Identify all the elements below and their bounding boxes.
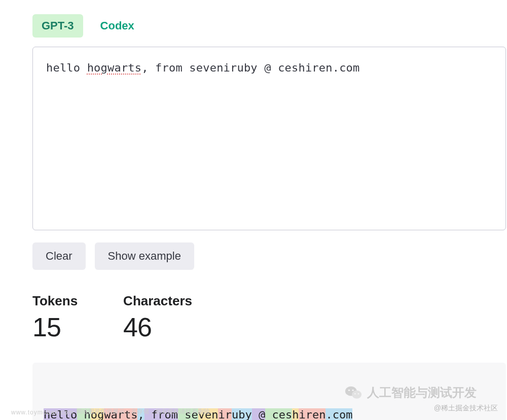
input-text-prefix: hello: [46, 61, 87, 74]
input-text-suffix: , from seveniruby @ ceshiren.com: [141, 61, 359, 74]
token-chunk: ir: [218, 408, 232, 420]
source-note-watermark: 网络图片仅供展示，非存储，如有侵权请联系删除。: [76, 407, 216, 416]
token-chunk: @: [252, 408, 266, 420]
tokens-value: 15: [32, 312, 78, 342]
button-row: Clear Show example: [32, 242, 507, 270]
juejin-watermark: @稀土掘金技术社区: [434, 404, 498, 413]
token-chunk: iren: [299, 408, 325, 420]
token-chunk: ces: [265, 408, 292, 420]
source-site-watermark: www.toymoban.com: [11, 409, 74, 416]
tokenizer-input[interactable]: hello hogwarts, from seveniruby @ ceshir…: [33, 47, 505, 230]
tokenizer-input-container: hello hogwarts, from seveniruby @ ceshir…: [32, 47, 506, 230]
clear-button[interactable]: Clear: [32, 242, 86, 270]
characters-value: 46: [123, 312, 192, 342]
token-chunk: h: [292, 408, 299, 420]
characters-stat: Characters 46: [123, 293, 192, 342]
tab-codex[interactable]: Codex: [91, 14, 143, 38]
model-tabs: GPT-3 Codex: [32, 14, 507, 38]
token-chunk: uby: [232, 408, 252, 420]
token-chunk: .com: [325, 408, 352, 420]
tokens-stat: Tokens 15: [32, 293, 78, 342]
input-text-misspelled: hogwarts: [87, 61, 142, 74]
show-example-button[interactable]: Show example: [95, 242, 194, 270]
tab-gpt3[interactable]: GPT-3: [32, 14, 83, 38]
characters-label: Characters: [123, 293, 192, 309]
stats-row: Tokens 15 Characters 46: [32, 293, 507, 342]
tokens-label: Tokens: [32, 293, 78, 309]
